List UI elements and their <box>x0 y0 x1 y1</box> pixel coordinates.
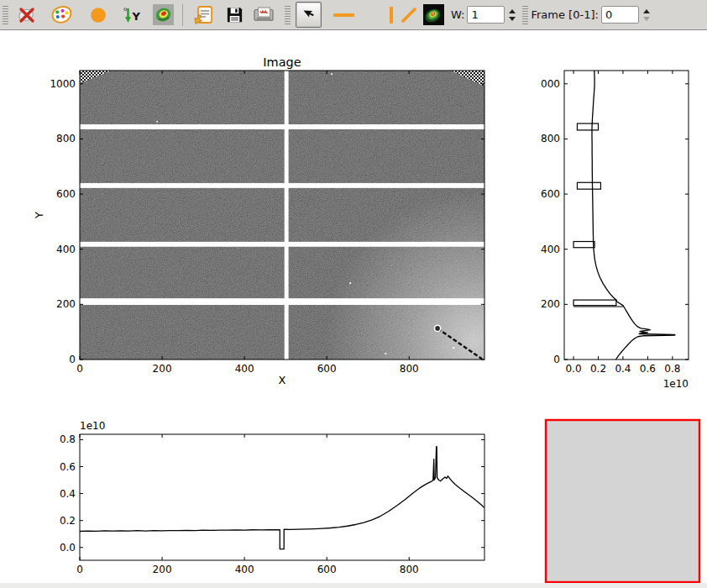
axis-offset-label: 1e10 <box>663 378 689 390</box>
drag-handle[interactable] <box>522 6 528 24</box>
axes-frame <box>564 71 689 360</box>
w-spinbox[interactable]: 1 <box>467 6 505 24</box>
y-tick-label: 0.8 <box>60 433 76 445</box>
flip-y-button[interactable]: Y <box>122 5 141 25</box>
detector-gap-horizontal <box>80 124 484 129</box>
frame-spinbox[interactable]: 0 <box>601 6 639 24</box>
profile-curve <box>80 447 484 549</box>
detector-gap-horizontal <box>80 242 484 247</box>
profile-gap-box <box>573 242 594 248</box>
w-decrement-arrow[interactable] <box>509 17 516 21</box>
pointer-icon <box>301 5 316 24</box>
frame-decrement-arrow[interactable] <box>643 17 650 21</box>
w-spinner <box>509 9 516 21</box>
pointer-tool-button[interactable] <box>296 2 322 28</box>
profile-gap-box <box>573 300 616 306</box>
x-tick-label: 600 <box>317 363 337 375</box>
y-axis-label: Y <box>33 212 45 219</box>
flip-y-icon: Y <box>122 5 141 25</box>
x-tick-label: 200 <box>153 363 172 375</box>
y-tick-label: 800 <box>56 133 76 144</box>
frame-value: 0 <box>605 8 612 21</box>
save-icon <box>225 5 244 24</box>
vertical-line-icon <box>390 7 393 24</box>
drag-handle[interactable] <box>3 6 8 24</box>
y-tick-label: 600 <box>541 188 560 200</box>
clear-button[interactable] <box>17 5 37 25</box>
axis-offset-label: 1e10 <box>80 420 105 432</box>
hot-pixel <box>156 121 158 123</box>
colormap-icon <box>153 4 174 25</box>
detector-image[interactable] <box>80 71 484 360</box>
paste-button[interactable] <box>193 4 215 26</box>
x-tick-label: 200 <box>153 564 172 575</box>
frame-spinner <box>643 9 650 21</box>
thumbnail-button[interactable] <box>423 4 444 25</box>
streak-head <box>435 325 441 331</box>
w-increment-arrow[interactable] <box>509 9 516 13</box>
vertical-line-tool[interactable] <box>390 7 393 24</box>
x-tick-label: 0.4 <box>615 363 631 375</box>
color-circle-button[interactable] <box>90 7 107 24</box>
palette-button[interactable] <box>50 5 73 24</box>
w-label: W: <box>451 8 464 21</box>
y-tick-label: 200 <box>56 298 76 310</box>
hot-pixel <box>453 347 454 349</box>
hot-pixel <box>331 73 333 75</box>
y-tick-label: 1000 <box>50 78 76 90</box>
x-tick-label: 0.2 <box>590 363 606 375</box>
x-tick-label: 0.8 <box>664 363 680 375</box>
frame-label: Frame [0-1]: <box>531 8 598 21</box>
palette-icon <box>50 5 73 24</box>
x-tick-label: 0 <box>76 363 83 375</box>
save-button[interactable] <box>225 5 244 24</box>
app-window: Image X Y 020040060080002004006008001000… <box>0 0 707 588</box>
drag-handle[interactable] <box>285 6 291 24</box>
print-button[interactable] <box>253 5 275 24</box>
print-icon <box>253 5 275 24</box>
x-tick-label: 800 <box>400 564 419 575</box>
x-axis-label: X <box>279 374 286 386</box>
toolbar: Y <box>0 0 707 30</box>
y-tick-label: 800 <box>541 133 560 144</box>
x-tick-label: 600 <box>317 564 337 575</box>
paste-icon <box>193 4 215 26</box>
colormap-button[interactable] <box>153 4 174 25</box>
x-tick-label: 400 <box>235 564 254 575</box>
horizontal-line-tool[interactable] <box>333 13 354 17</box>
y-tick-label: 600 <box>56 188 76 200</box>
axes-frame <box>80 434 484 560</box>
diagonal-line-tool[interactable] <box>400 6 418 24</box>
diagonal-line-icon <box>400 6 418 24</box>
y-tick-label: 0 <box>553 354 560 365</box>
x-tick-label: 800 <box>400 363 419 375</box>
circle-marker-icon <box>90 7 107 24</box>
x-tick-label: 0 <box>76 564 83 575</box>
hot-pixel <box>385 353 386 354</box>
detector-gap-vertical <box>285 71 289 360</box>
svg-text:Y: Y <box>132 9 141 22</box>
detector-gap-horizontal <box>80 183 484 188</box>
y-tick-label: 0.6 <box>60 461 76 473</box>
y-tick-label: 0.0 <box>60 542 76 554</box>
detector-gap-horizontal <box>80 298 484 305</box>
x-tick-label: 0.6 <box>640 363 656 375</box>
y-tick-label: 0.4 <box>60 488 76 500</box>
glow-region <box>80 71 484 360</box>
y-tick-label: 200 <box>541 298 560 310</box>
frame-increment-arrow[interactable] <box>643 9 650 13</box>
y-tick-label: 400 <box>56 244 76 255</box>
y-tick-label: 0.2 <box>60 515 76 527</box>
profile-curve <box>592 71 675 360</box>
profile-gap-box <box>577 123 598 130</box>
y-tick-label: 000 <box>541 78 560 90</box>
empty-panel <box>546 420 699 582</box>
toolbar-separator <box>182 4 183 26</box>
thumbnail-icon <box>423 4 444 25</box>
y-tick-label: 400 <box>541 244 560 255</box>
window-bottom-edge <box>0 583 707 588</box>
x-tick-label: 0.0 <box>565 363 581 375</box>
profile-gap-box <box>577 182 600 189</box>
clear-icon <box>17 5 37 25</box>
figure-canvas[interactable]: Image X Y 020040060080002004006008001000… <box>0 0 707 588</box>
